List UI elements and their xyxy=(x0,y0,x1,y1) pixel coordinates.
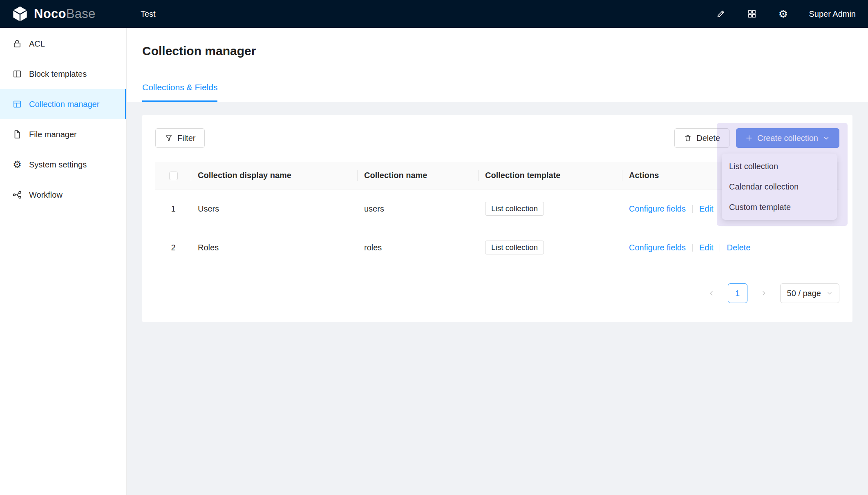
action-divider xyxy=(692,205,693,213)
sidebar-item-file-manager[interactable]: File manager xyxy=(0,119,126,149)
template-tag: List collection xyxy=(485,202,544,216)
pagination-prev-button[interactable] xyxy=(702,283,721,303)
page-size-value: 50 / page xyxy=(787,289,821,298)
action-divider xyxy=(692,244,693,252)
table-row: 2 Roles roles List collection Configure … xyxy=(155,228,839,267)
card-toolbar: Filter Delete xyxy=(155,128,839,148)
filter-icon xyxy=(165,134,173,142)
app-window: NocoBase Test ⚙ Super Admin xyxy=(0,0,868,495)
create-collection-button[interactable]: Create collection xyxy=(736,128,839,148)
page-size-select[interactable]: 50 / page xyxy=(780,283,839,303)
cell-collection-name: roles xyxy=(358,228,479,267)
tab-collections-and-fields[interactable]: Collections & Fields xyxy=(142,82,217,102)
cell-collection-name: users xyxy=(358,190,479,228)
sidebar-item-system-settings[interactable]: ⚙ System settings xyxy=(0,149,126,180)
chevron-down-icon xyxy=(827,290,832,296)
sidebar-item-collection-manager[interactable]: Collection manager xyxy=(0,89,126,119)
filter-button-label: Filter xyxy=(177,134,195,143)
sidebar-item-workflow[interactable]: Workflow xyxy=(0,180,126,210)
delete-button[interactable]: Delete xyxy=(674,128,729,148)
create-collection-label: Create collection xyxy=(757,134,818,143)
menu-item-list-collection[interactable]: List collection xyxy=(722,156,837,176)
trash-icon xyxy=(684,134,692,142)
top-navbar: NocoBase Test ⚙ Super Admin xyxy=(0,0,868,28)
template-tag: List collection xyxy=(485,241,544,254)
top-nav-item-test[interactable]: Test xyxy=(127,0,170,28)
file-icon xyxy=(12,129,22,139)
create-collection-dropdown: List collection Calendar collection Cust… xyxy=(722,154,837,220)
layout-icon xyxy=(12,69,22,79)
pagination-page-1[interactable]: 1 xyxy=(728,283,747,303)
workflow-icon xyxy=(12,190,22,200)
pagination: 1 50 / page xyxy=(155,283,839,303)
menu-item-calendar-collection[interactable]: Calendar collection xyxy=(722,176,837,197)
menu-item-custom-template[interactable]: Custom template xyxy=(722,197,837,217)
sidebar-item-block-templates[interactable]: Block templates xyxy=(0,59,126,89)
column-header-display-name: Collection display name xyxy=(191,162,358,190)
row-index: 1 xyxy=(155,190,191,228)
plus-icon xyxy=(745,134,753,142)
page-title: Collection manager xyxy=(127,28,868,58)
chevron-down-icon xyxy=(823,134,830,142)
cell-display-name: Roles xyxy=(191,228,358,267)
delete-button-label: Delete xyxy=(696,134,720,143)
configure-fields-link[interactable]: Configure fields xyxy=(629,243,686,252)
cell-display-name: Users xyxy=(191,190,358,228)
edit-link[interactable]: Edit xyxy=(699,243,713,252)
sidebar-item-label: ACL xyxy=(29,39,45,49)
sidebar-item-acl[interactable]: ACL xyxy=(0,29,126,59)
tab-bar: Collections & Fields xyxy=(127,82,868,102)
action-divider xyxy=(720,205,720,213)
delete-link[interactable]: Delete xyxy=(727,243,750,252)
ui-editor-pen-icon[interactable] xyxy=(716,9,726,19)
action-divider xyxy=(720,244,720,252)
pagination-next-button[interactable] xyxy=(754,283,774,303)
layout: ACL Block templates Collection manager F… xyxy=(0,28,868,495)
sidebar-item-label: Collection manager xyxy=(29,100,99,109)
select-all-checkbox[interactable] xyxy=(169,172,178,180)
filter-button[interactable]: Filter xyxy=(155,128,205,148)
settings-gear-icon[interactable]: ⚙ xyxy=(778,9,788,19)
toolbar-right: Delete Create collection xyxy=(674,128,839,148)
settings-sidebar: ACL Block templates Collection manager F… xyxy=(0,28,127,495)
main-area: Collection manager Collections & Fields … xyxy=(127,28,868,495)
table-icon xyxy=(12,99,22,109)
sidebar-item-label: Workflow xyxy=(29,190,63,200)
lock-icon xyxy=(12,39,22,49)
nocobase-logo[interactable]: NocoBase xyxy=(0,5,127,22)
chevron-right-icon xyxy=(760,290,767,297)
cube-logo-icon xyxy=(11,5,29,22)
row-index: 2 xyxy=(155,228,191,267)
chevron-left-icon xyxy=(708,290,715,297)
sidebar-item-label: System settings xyxy=(29,160,87,169)
column-header-collection-name: Collection name xyxy=(358,162,479,190)
gear-icon: ⚙ xyxy=(12,160,22,169)
user-menu[interactable]: Super Admin xyxy=(809,9,856,19)
edit-link[interactable]: Edit xyxy=(699,204,713,213)
sidebar-item-label: File manager xyxy=(29,130,77,139)
sidebar-item-label: Block templates xyxy=(29,69,87,79)
logo-text: NocoBase xyxy=(34,7,96,21)
topbar-right: ⚙ Super Admin xyxy=(716,9,868,19)
configure-fields-link[interactable]: Configure fields xyxy=(629,204,686,213)
column-header-template: Collection template xyxy=(479,162,622,190)
blocks-grid-icon[interactable] xyxy=(747,9,757,19)
